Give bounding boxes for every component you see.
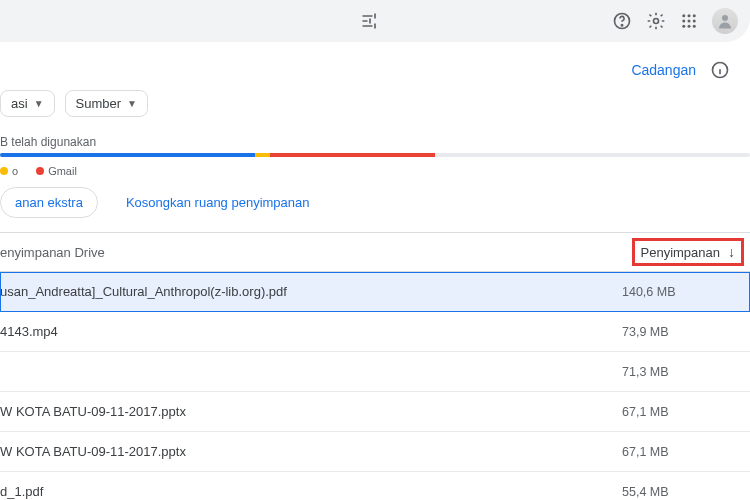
svg-point-4 (688, 14, 691, 17)
chevron-down-icon: ▼ (34, 98, 44, 109)
table-row[interactable]: 71,3 MB (0, 352, 750, 392)
avatar[interactable] (712, 8, 738, 34)
table-row[interactable]: d_1.pdf55,4 MB (0, 472, 750, 500)
file-name: W KOTA BATU-09-11-2017.pptx (0, 444, 622, 459)
settings-icon[interactable] (646, 11, 666, 31)
file-size: 67,1 MB (622, 445, 750, 459)
storage-segment (0, 153, 255, 157)
file-list: usan_Andreatta]_Cultural_Anthropol(z-lib… (0, 272, 750, 500)
svg-point-7 (688, 20, 691, 23)
chevron-down-icon: ▼ (127, 98, 137, 109)
table-row[interactable]: usan_Andreatta]_Cultural_Anthropol(z-lib… (0, 272, 750, 312)
legend-dot (36, 167, 44, 175)
svg-point-1 (621, 25, 622, 26)
svg-point-5 (693, 14, 696, 17)
column-header-size[interactable]: Penyimpanan ↓ (632, 238, 745, 266)
legend-dot (0, 167, 8, 175)
table-row[interactable]: W KOTA BATU-09-11-2017.pptx67,1 MB (0, 432, 750, 472)
storage-segment (270, 153, 435, 157)
filter-chips: asi ▼ Sumber ▼ (0, 88, 750, 135)
top-bar (0, 0, 750, 42)
svg-point-10 (688, 25, 691, 28)
file-size: 67,1 MB (622, 405, 750, 419)
legend-item: o (0, 165, 18, 177)
buy-storage-button[interactable]: anan ekstra (0, 187, 98, 218)
file-name: W KOTA BATU-09-11-2017.pptx (0, 404, 622, 419)
storage-segment (255, 153, 270, 157)
apps-icon[interactable] (680, 12, 698, 30)
filter-chip-modified[interactable]: asi ▼ (0, 90, 55, 117)
file-size: 73,9 MB (622, 325, 750, 339)
storage-legend: oGmail (0, 157, 750, 187)
sort-down-icon: ↓ (728, 244, 735, 260)
file-size: 71,3 MB (622, 365, 750, 379)
tune-icon[interactable] (360, 11, 380, 31)
svg-point-2 (654, 19, 659, 24)
svg-point-6 (682, 20, 685, 23)
file-name: usan_Andreatta]_Cultural_Anthropol(z-lib… (0, 284, 622, 299)
table-header: enyimpanan Drive Penyimpanan ↓ (0, 232, 750, 272)
column-size-label: Penyimpanan (641, 245, 721, 260)
svg-point-9 (682, 25, 685, 28)
storage-usage-label: B telah digunakan (0, 135, 750, 153)
svg-point-11 (693, 25, 696, 28)
column-header-name[interactable]: enyimpanan Drive (0, 245, 632, 260)
svg-point-3 (682, 14, 685, 17)
chip-label: asi (11, 96, 28, 111)
table-row[interactable]: 4143.mp473,9 MB (0, 312, 750, 352)
file-size: 55,4 MB (622, 485, 750, 499)
table-row[interactable]: W KOTA BATU-09-11-2017.pptx67,1 MB (0, 392, 750, 432)
legend-item: Gmail (36, 165, 77, 177)
info-icon[interactable] (710, 60, 730, 80)
file-name: 4143.mp4 (0, 324, 622, 339)
svg-point-12 (722, 15, 728, 21)
filter-chip-source[interactable]: Sumber ▼ (65, 90, 148, 117)
chip-label: Sumber (76, 96, 122, 111)
help-icon[interactable] (612, 11, 632, 31)
backup-link[interactable]: Cadangan (631, 62, 696, 78)
svg-point-8 (693, 20, 696, 23)
file-name: d_1.pdf (0, 484, 622, 499)
file-size: 140,6 MB (622, 285, 750, 299)
free-space-link[interactable]: Kosongkan ruang penyimpanan (126, 195, 310, 210)
